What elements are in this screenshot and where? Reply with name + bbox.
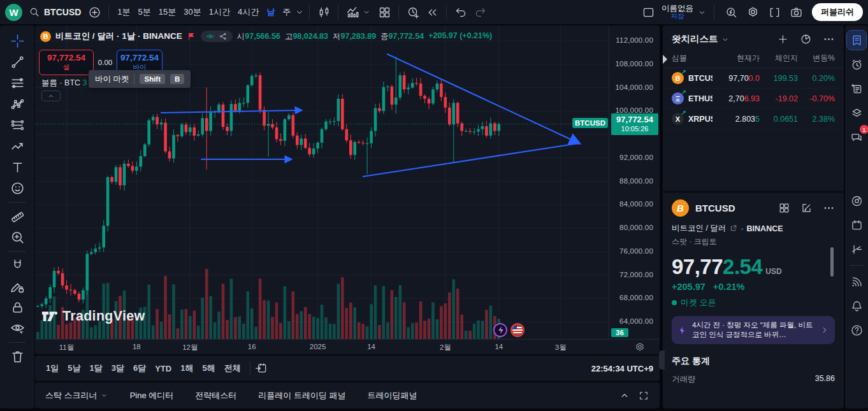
snapshot-icon[interactable] — [786, 3, 806, 21]
signal-sidebar-icon[interactable] — [847, 272, 866, 291]
trash-tool-icon[interactable] — [6, 346, 29, 367]
range-1m[interactable]: 1달 — [85, 360, 106, 377]
external-link-icon[interactable] — [729, 224, 737, 233]
zoom-in-tool-icon[interactable] — [6, 227, 29, 248]
watchlist-performance-icon[interactable] — [800, 33, 812, 45]
price-axis[interactable]: 97,772.54 10:05:26 36 112,000.00108,000.… — [609, 25, 660, 339]
watchlist-header-row[interactable]: 심볼 현재가 체인지 변동% — [663, 50, 844, 68]
watchlist-title[interactable]: 왓치리스트 — [672, 33, 730, 45]
clock[interactable]: 22:54:34 UTC+9 — [591, 364, 653, 373]
object-tree-sidebar-icon[interactable] — [847, 240, 866, 259]
fib-lines-tool-icon[interactable] — [6, 73, 29, 94]
timeframe-1h[interactable]: 1시간 — [205, 4, 234, 20]
save-layout-button[interactable]: 저장 — [671, 12, 684, 20]
create-alert-icon[interactable] — [403, 3, 423, 21]
range-6m[interactable]: 6달 — [129, 360, 150, 377]
legend-symbol-title[interactable]: 비트코인 / 달러 · 1날 · BINANCE — [55, 31, 182, 42]
eye-icon[interactable] — [206, 32, 215, 41]
timeframe-menu-icon[interactable] — [294, 7, 305, 17]
notes-sidebar-icon[interactable] — [847, 79, 866, 98]
chart-panel[interactable]: B 비트코인 / 달러 · 1날 · BINANCE 시97,566.56 고9… — [35, 25, 660, 354]
xabcd-pattern-tool-icon[interactable] — [6, 94, 29, 115]
range-5d[interactable]: 5날 — [63, 360, 85, 377]
tab-strategy-tester[interactable]: 전략테스터 — [195, 390, 236, 401]
range-all[interactable]: 전체 — [220, 360, 245, 377]
axis-settings-icon[interactable] — [634, 342, 646, 353]
indicators-menu-icon[interactable] — [362, 8, 371, 17]
undo-icon[interactable] — [451, 3, 470, 21]
lock-all-tool-icon[interactable] — [6, 297, 29, 318]
share-icon[interactable] — [219, 32, 228, 41]
symbol-full-name[interactable]: 비트코인 / 달러 ·BINANCE — [672, 223, 835, 234]
layers-sidebar-icon[interactable] — [847, 103, 866, 122]
magnet-tool-icon[interactable] — [6, 255, 29, 276]
tab-pine-editor[interactable]: Pine 에디터 — [130, 390, 174, 401]
symbol-detail-title[interactable]: BTCUSD — [695, 203, 735, 213]
market-status[interactable]: 마켓 오픈 — [672, 297, 835, 308]
drawing-lock-tool-icon[interactable] — [6, 276, 29, 297]
timeframe-15m[interactable]: 15분 — [155, 4, 180, 20]
news-banner[interactable]: 4시간 전 · 창펑 자오 "제롬 파월, 비트코인 인식 긍정적으로 바뀌… — [672, 316, 835, 344]
range-5y[interactable]: 5해 — [198, 360, 219, 377]
watchlist-row-ethusd[interactable]: Ξ↗ ETHUSD 2,706.93 -19.02 -0.70% — [663, 89, 844, 109]
add-symbol-icon[interactable] — [777, 33, 789, 45]
text-tool-icon[interactable] — [6, 157, 29, 178]
symbol-grid-icon[interactable] — [778, 202, 790, 214]
panel-expand-icon[interactable] — [619, 390, 630, 401]
panel-maximize-icon[interactable] — [638, 390, 649, 401]
projection-tool-icon[interactable] — [6, 115, 29, 136]
ruler-tool-icon[interactable] — [6, 206, 29, 227]
quick-search-icon[interactable] — [721, 3, 741, 21]
indicator-templates-icon[interactable] — [375, 3, 394, 21]
indicators-icon[interactable] — [343, 3, 362, 21]
alerts-sidebar-icon[interactable] — [847, 55, 866, 74]
time-axis[interactable]: 11월1812월162025142월143월 — [35, 339, 660, 354]
timeframe-5m[interactable]: 5분 — [134, 4, 155, 20]
fullscreen-icon[interactable] — [765, 3, 784, 21]
chart-type-icon[interactable] — [314, 3, 333, 21]
timeframe-30m[interactable]: 30분 — [180, 4, 205, 20]
tab-stock-screener[interactable]: 스탁 스크리너 — [45, 390, 108, 401]
layout-name[interactable]: 이름없음 저장 — [662, 4, 693, 20]
goto-date-icon[interactable] — [255, 362, 268, 375]
radar-sidebar-icon[interactable] — [847, 191, 866, 210]
flag-icon[interactable] — [187, 32, 196, 41]
timeframe-1w[interactable]: 주 — [278, 4, 294, 20]
crosshair-tool-icon[interactable] — [6, 31, 29, 52]
sell-button[interactable]: 97,772.54셀 — [39, 50, 94, 75]
timeframe-1d[interactable]: 날 — [263, 4, 278, 20]
compare-add-icon[interactable] — [85, 3, 104, 21]
layout-menu-icon[interactable] — [697, 8, 707, 17]
volume-legend[interactable]: 볼륨 · BTC 3 — [41, 78, 87, 89]
redo-icon[interactable] — [470, 3, 489, 21]
range-ytd[interactable]: YTD — [150, 361, 176, 376]
watchlist-row-btcusd[interactable]: B↗ BTCUSD 97,700.0 199.53 0.20% — [663, 68, 844, 89]
tab-trading-panel[interactable]: 트레이딩패널 — [368, 390, 417, 401]
tab-replay-trading-panel[interactable]: 리플레이 트레이딩 패널 — [258, 390, 345, 401]
symbol-search[interactable]: BTCUSD — [29, 6, 81, 18]
edit-note-icon[interactable] — [800, 202, 813, 214]
trend-line-tool-icon[interactable] — [6, 52, 29, 73]
scrollbar[interactable] — [830, 247, 834, 277]
watchlist-row-xrpusd[interactable]: X↗ XRPUSD 2.8035 0.0651 2.38% — [663, 109, 844, 129]
watchlist-menu-icon[interactable] — [823, 33, 835, 45]
user-avatar[interactable]: W — [5, 4, 22, 21]
watchlist-sidebar-icon[interactable] — [847, 31, 866, 50]
calendar-sidebar-icon[interactable] — [847, 215, 866, 234]
publish-button[interactable]: 퍼블리쉬 — [812, 3, 863, 21]
legend-collapse-button[interactable] — [41, 90, 61, 101]
range-3m[interactable]: 3달 — [107, 360, 129, 377]
range-1y[interactable]: 1해 — [176, 360, 198, 377]
chat-sidebar-icon[interactable]: 1 — [847, 127, 866, 147]
arrow-wave-tool-icon[interactable] — [6, 136, 29, 157]
symbol-menu-icon[interactable] — [823, 202, 835, 214]
panel-resize-handle[interactable] — [659, 350, 665, 370]
notifications-sidebar-icon[interactable] — [847, 296, 866, 315]
layout-select-icon[interactable] — [639, 3, 658, 21]
settings-icon[interactable] — [743, 3, 762, 21]
emoji-tool-icon[interactable] — [6, 178, 29, 199]
timeframe-4h[interactable]: 4시간 — [234, 4, 263, 20]
bar-replay-icon[interactable] — [423, 3, 442, 21]
help-sidebar-icon[interactable] — [847, 321, 866, 340]
hide-drawings-tool-icon[interactable] — [6, 318, 29, 339]
